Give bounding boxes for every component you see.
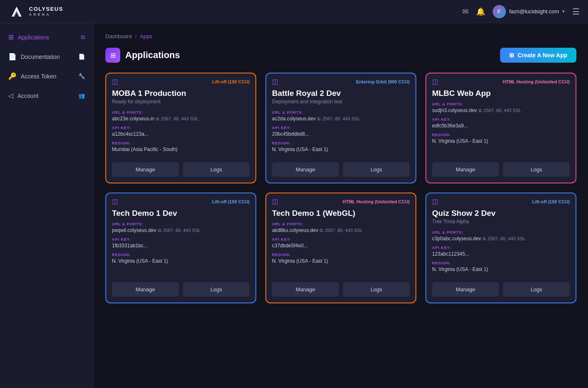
label-apikey-techdemo1webgl: API KEY: <box>272 237 410 242</box>
card-name-mlbc: MLBC Web App <box>432 89 570 98</box>
card-actions-moba1: Manage Logs <box>106 162 255 183</box>
copy-url-icon-battleroyal2[interactable]: ⧉ <box>317 116 321 122</box>
mail-icon[interactable]: ✉ <box>462 7 469 16</box>
url-value-moba1: abc23e.colyseus.in ⧉ 2567, 80, 443 SSL <box>112 116 250 122</box>
card-name-quizshow2: Quiz Show 2 Dev <box>432 209 570 218</box>
card-actions-techdemo1dev: Manage Logs <box>106 282 255 303</box>
breadcrumb-dashboard[interactable]: Dashboard <box>105 33 132 39</box>
card-name-battleroyal2: Battle Royal 2 Dev <box>272 89 410 98</box>
copy-url-icon-mlbc[interactable]: ⧉ <box>479 108 482 113</box>
access-token-icon: 🔑 <box>8 72 17 80</box>
card-icon-techdemo1dev: ◫ <box>112 198 118 205</box>
card-header-techdemo1webgl: ◫ HTML Hosting (Unlimited CCU) <box>266 193 415 209</box>
bell-icon[interactable]: 🔔 <box>476 7 485 16</box>
logs-button-battleroyal2[interactable]: Logs <box>343 162 410 177</box>
card-header-mlbc: ◫ HTML Hosting (Unlimited CCU) <box>426 73 576 89</box>
sidebar-item-access-token[interactable]: 🔑 Access Token 🔧 <box>0 66 93 86</box>
label-apikey-mlbc: API KEY: <box>432 117 570 122</box>
manage-button-techdemo1dev[interactable]: Manage <box>112 282 179 297</box>
apikey-value-moba1: a12bc4sc123a... <box>112 131 250 137</box>
label-region-moba1: REGION: <box>112 141 250 145</box>
url-value-mlbc: sudjn3.colyseus.dev ⧉ 2567, 80, 443 SSL <box>432 107 570 113</box>
card-body-mlbc: MLBC Web App URL & PORTS: sudjn3.colyseu… <box>426 89 576 162</box>
sidebar-item-documentation[interactable]: 📄 Documentation 📄 <box>0 47 93 66</box>
applications-icon: ⊞ <box>8 33 14 41</box>
manage-button-moba1[interactable]: Manage <box>112 162 179 177</box>
page-title-area: ⊞ Applications <box>105 48 180 63</box>
label-url-battleroyal2: URL & PORTS: <box>272 110 410 115</box>
app-card-techdemo1dev: ◫ Lift-off (150 CCU) Tech Demo 1 Dev URL… <box>105 193 256 303</box>
logs-button-mlbc[interactable]: Logs <box>503 162 570 177</box>
apikey-value-quizshow2: 123abc112345... <box>432 251 570 257</box>
card-header-battleroyal2: ◫ Entering Orbit (900 CCU) <box>266 73 415 89</box>
card-tier-techdemo1webgl: HTML Hosting (Unlimited CCU) <box>343 199 410 204</box>
card-header-quizshow2: ◫ Lift-off (150 CCU) <box>426 193 576 209</box>
sidebar-label-access-token: Access Token <box>21 73 56 80</box>
copy-url-icon-quizshow2[interactable]: ⧉ <box>483 236 486 242</box>
card-icon-quizshow2: ◫ <box>432 198 438 205</box>
label-url-mlbc: URL & PORTS: <box>432 102 570 106</box>
apikey-value-techdemo1dev: 1fb3331ab1bc... <box>112 243 250 249</box>
manage-button-battleroyal2[interactable]: Manage <box>272 162 339 177</box>
region-value-mlbc: N. Virginia (USA - East 1) <box>432 138 570 144</box>
access-token-right-icon: 🔧 <box>78 73 85 79</box>
plus-icon: ⊞ <box>509 52 514 59</box>
manage-button-mlbc[interactable]: Manage <box>432 162 499 177</box>
sidebar-label-account: Account <box>17 93 39 99</box>
logs-button-moba1[interactable]: Logs <box>183 162 250 177</box>
app-card-quizshow2: ◫ Lift-off (150 CCU) Quiz Show 2 Dev Tre… <box>425 193 576 303</box>
card-tier-moba1: Lift-off (150 CCU) <box>212 79 250 84</box>
sidebar-item-account[interactable]: ◁ Account 👥 <box>0 86 93 105</box>
apikey-value-techdemo1webgl: c37dbde5f4e0... <box>272 243 410 249</box>
url-value-battleroyal2: ac2da.colyseus.dev ⧉ 2567, 80, 443 SSL <box>272 116 410 122</box>
account-icon: ◁ <box>8 92 13 100</box>
label-url-techdemo1dev: URL & PORTS: <box>112 222 250 226</box>
copy-url-icon-techdemo1dev[interactable]: ⧉ <box>158 228 161 233</box>
card-header-techdemo1dev: ◫ Lift-off (150 CCU) <box>106 193 255 209</box>
card-header-moba1: ◫ Lift-off (150 CCU) <box>106 73 255 89</box>
manage-button-quizshow2[interactable]: Manage <box>432 282 499 297</box>
label-url-techdemo1webgl: URL & PORTS: <box>272 222 410 226</box>
label-region-quizshow2: REGION: <box>432 261 570 265</box>
url-value-techdemo1webgl: akd8ku.colyseus.dev ⧉ 2567, 80, 443 SSL <box>272 227 410 233</box>
card-tier-quizshow2: Lift-off (150 CCU) <box>532 199 570 204</box>
apps-icon: ⊞ <box>110 51 116 59</box>
region-value-battleroyal2: N. Virginia (USA - East 1) <box>272 146 410 152</box>
logo[interactable]: COLYSEUSARENA <box>8 3 63 20</box>
card-name-moba1: MOBA 1 Production <box>112 89 250 98</box>
url-value-quizshow2: c3p0abc.colyseus.dev ⧉ 2567, 80, 443 SSL <box>432 236 570 242</box>
label-region-mlbc: REGION: <box>432 133 570 137</box>
card-body-techdemo1dev: Tech Demo 1 Dev URL & PORTS: peqwil.coly… <box>106 209 255 282</box>
region-value-quizshow2: N. Virginia (USA - East 1) <box>432 266 570 272</box>
logs-button-techdemo1webgl[interactable]: Logs <box>343 282 410 297</box>
user-menu[interactable]: F fazri@lucidsight.com ▾ <box>493 5 565 18</box>
sidebar: ⊞ Applications ⧉ 📄 Documentation 📄 🔑 Acc… <box>0 23 94 388</box>
card-body-techdemo1webgl: Tech Demo 1 (WebGL) URL & PORTS: akd8ku.… <box>266 209 415 282</box>
copy-url-icon-moba1[interactable]: ⧉ <box>156 116 159 122</box>
page-title: Applications <box>125 50 180 61</box>
card-icon-mlbc: ◫ <box>432 78 438 85</box>
applications-right-icon: ⧉ <box>81 34 85 41</box>
card-body-moba1: MOBA 1 Production Ready for deployment U… <box>106 89 255 162</box>
hamburger-icon[interactable]: ☰ <box>572 7 580 17</box>
manage-button-techdemo1webgl[interactable]: Manage <box>272 282 339 297</box>
copy-url-icon-techdemo1webgl[interactable]: ⧉ <box>320 228 323 233</box>
card-name-techdemo1dev: Tech Demo 1 Dev <box>112 209 250 218</box>
logs-button-techdemo1dev[interactable]: Logs <box>183 282 250 297</box>
logs-button-quizshow2[interactable]: Logs <box>503 282 570 297</box>
sidebar-item-applications[interactable]: ⊞ Applications ⧉ <box>0 27 93 47</box>
main-content: Dashboard / Apps ⊞ Applications ⊞ Create… <box>94 23 588 388</box>
create-app-button[interactable]: ⊞ Create A New App <box>500 48 576 63</box>
label-apikey-quizshow2: API KEY: <box>432 246 570 250</box>
label-apikey-techdemo1dev: API KEY: <box>112 237 250 242</box>
card-actions-battleroyal2: Manage Logs <box>266 162 415 183</box>
breadcrumb: Dashboard / Apps <box>105 33 576 39</box>
chevron-down-icon: ▾ <box>562 9 565 14</box>
logo-icon <box>8 3 25 20</box>
layout: ⊞ Applications ⧉ 📄 Documentation 📄 🔑 Acc… <box>0 23 588 388</box>
card-actions-quizshow2: Manage Logs <box>426 282 576 303</box>
card-body-battleroyal2: Battle Royal 2 Dev Deployment and integr… <box>266 89 415 162</box>
breadcrumb-separator: / <box>135 33 137 39</box>
label-apikey-moba1: API KEY: <box>112 126 250 130</box>
page-title-icon: ⊞ <box>105 48 120 63</box>
